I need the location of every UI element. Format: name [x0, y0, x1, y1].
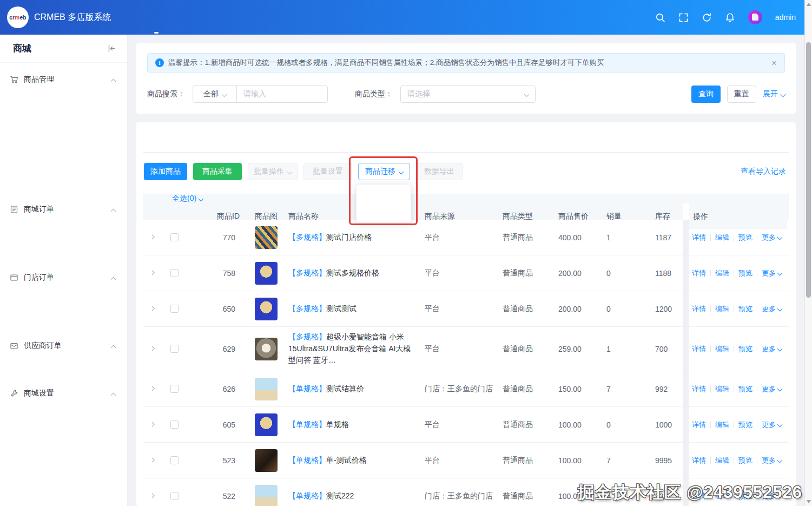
page-scrollbar[interactable]	[804, 0, 812, 506]
row-checkbox[interactable]	[170, 305, 179, 313]
sidebar-section-header[interactable]: 商品管理	[0, 68, 127, 91]
expand-row-icon[interactable]	[150, 456, 156, 465]
action-detail-link[interactable]: 详情	[692, 268, 706, 278]
navbar-item[interactable]	[221, 0, 239, 35]
product-thumbnail[interactable]	[255, 262, 278, 285]
action-edit-link[interactable]: 编辑	[715, 304, 729, 314]
action-preview-link[interactable]: 预览	[738, 344, 752, 354]
sidebar-section-header[interactable]: 商城订单	[0, 198, 127, 221]
refresh-icon[interactable]	[702, 12, 712, 23]
expand-row-icon[interactable]	[150, 420, 156, 429]
product-thumbnail[interactable]	[255, 485, 278, 506]
username[interactable]: admin	[775, 13, 796, 22]
add-product-button[interactable]: 添加商品	[144, 163, 187, 180]
sidebar-item[interactable]	[19, 405, 76, 425]
navbar-item[interactable]	[202, 0, 221, 35]
sidebar-item[interactable]	[76, 446, 127, 466]
scrollbar-thumb[interactable]	[806, 42, 811, 298]
expand-row-icon[interactable]	[150, 385, 156, 393]
action-more-link[interactable]: 更多	[762, 420, 782, 430]
action-edit-link[interactable]: 编辑	[715, 384, 729, 394]
avatar[interactable]	[748, 10, 762, 24]
sidebar-item[interactable]	[19, 310, 76, 330]
row-checkbox[interactable]	[170, 233, 179, 241]
action-more-link[interactable]: 更多	[762, 384, 782, 394]
sidebar-item[interactable]	[19, 357, 76, 378]
action-more-link[interactable]: 更多	[762, 456, 782, 465]
sidebar-item[interactable]	[19, 111, 76, 132]
batch-setting-button[interactable]: 批量设置	[303, 163, 352, 180]
navbar-item[interactable]	[129, 0, 147, 35]
action-more-link[interactable]: 更多	[762, 304, 782, 314]
navbar-item[interactable]	[294, 0, 313, 35]
row-checkbox[interactable]	[170, 456, 179, 464]
expand-row-icon[interactable]	[150, 305, 156, 313]
sidebar-item[interactable]	[76, 221, 127, 241]
row-checkbox[interactable]	[170, 492, 179, 500]
action-preview-link[interactable]: 预览	[738, 304, 752, 314]
navbar-item[interactable]	[184, 0, 202, 35]
fullscreen-icon[interactable]	[678, 12, 689, 23]
action-edit-link[interactable]: 编辑	[715, 233, 729, 242]
sidebar-item[interactable]	[76, 405, 127, 425]
sidebar-item[interactable]	[76, 425, 127, 446]
row-checkbox[interactable]	[170, 345, 179, 353]
action-detail-link[interactable]: 详情	[692, 456, 706, 465]
action-more-link[interactable]: 更多	[762, 344, 782, 354]
migrate-menu-item[interactable]	[357, 203, 411, 220]
collect-product-button[interactable]: 商品采集	[193, 163, 242, 180]
close-icon[interactable]: ×	[771, 58, 777, 68]
query-button[interactable]: 查询	[691, 86, 721, 103]
action-edit-link[interactable]: 编辑	[715, 456, 729, 465]
action-detail-link[interactable]: 详情	[692, 384, 706, 394]
sidebar-item[interactable]	[19, 153, 76, 173]
sidebar-item[interactable]	[19, 289, 76, 310]
sidebar-item[interactable]	[76, 111, 127, 132]
sidebar-section-header[interactable]: 商城设置	[0, 382, 127, 405]
action-edit-link[interactable]: 编辑	[715, 344, 729, 354]
select-all-dropdown[interactable]: 全选(0)	[163, 194, 247, 203]
action-preview-link[interactable]: 预览	[738, 456, 752, 465]
action-detail-link[interactable]: 详情	[692, 420, 706, 430]
product-thumbnail[interactable]	[255, 338, 278, 360]
sidebar-item[interactable]	[76, 153, 127, 173]
expand-row-icon[interactable]	[150, 345, 156, 353]
navbar-item[interactable]	[276, 0, 294, 35]
action-more-link[interactable]: 更多	[762, 233, 782, 242]
expand-row-icon[interactable]	[150, 233, 156, 242]
product-migrate-button[interactable]: 商品迁移	[358, 163, 410, 180]
action-detail-link[interactable]: 详情	[692, 344, 706, 354]
sidebar-item[interactable]	[76, 289, 127, 310]
sidebar-item[interactable]	[76, 91, 127, 111]
data-export-button[interactable]: 数据导出	[416, 163, 463, 180]
reset-button[interactable]: 重置	[727, 86, 756, 103]
migrate-menu-item[interactable]	[357, 187, 411, 203]
action-detail-link[interactable]: 详情	[692, 233, 706, 242]
navbar-item[interactable]	[147, 0, 166, 35]
sidebar-item[interactable]	[76, 132, 127, 153]
view-import-records-link[interactable]: 查看导入记录	[741, 167, 786, 176]
product-type-select[interactable]: 请选择	[400, 86, 536, 103]
sidebar-item[interactable]	[19, 132, 76, 153]
bell-icon[interactable]	[725, 12, 735, 23]
sidebar-item[interactable]	[19, 241, 76, 262]
action-edit-link[interactable]: 编辑	[715, 420, 729, 430]
expand-row-icon[interactable]	[150, 269, 156, 278]
product-thumbnail[interactable]	[255, 378, 278, 400]
batch-operation-button[interactable]: 批量操作	[248, 163, 298, 180]
product-thumbnail[interactable]	[255, 226, 278, 249]
sidebar-item[interactable]	[76, 357, 127, 378]
sidebar-section-header[interactable]: 门店订单	[0, 266, 127, 289]
product-thumbnail[interactable]	[255, 449, 278, 472]
action-more-link[interactable]: 更多	[762, 268, 782, 278]
sidebar-item[interactable]	[76, 173, 127, 194]
navbar-item[interactable]	[166, 0, 184, 35]
sidebar-section-header[interactable]: 供应商订单	[0, 334, 127, 357]
sidebar-item[interactable]	[19, 91, 76, 111]
action-detail-link[interactable]: 详情	[692, 304, 706, 314]
action-preview-link[interactable]: 预览	[738, 233, 752, 242]
navbar-item[interactable]	[258, 0, 276, 35]
action-preview-link[interactable]: 预览	[738, 268, 752, 278]
keyword-input[interactable]: 请输入	[236, 86, 328, 103]
search-scope-select[interactable]: 全部	[193, 86, 237, 103]
